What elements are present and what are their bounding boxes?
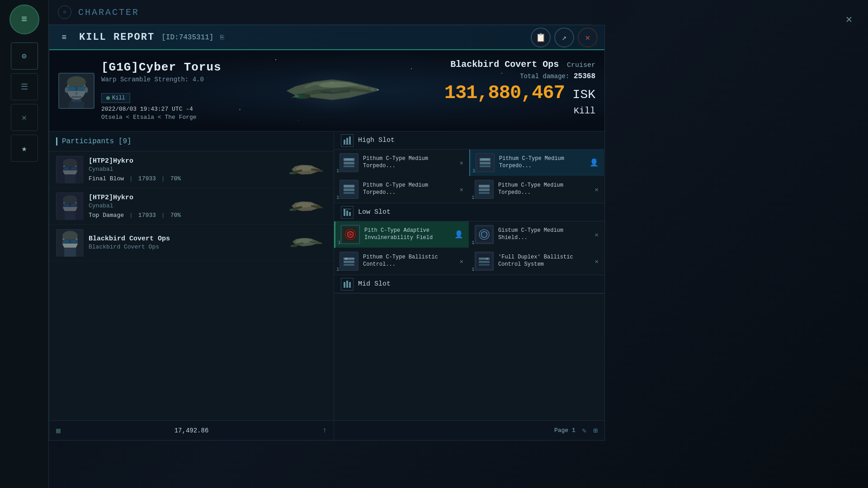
title-bar: ≡ KILL REPORT [ID:7435311] ⎘ 📋 ↗ ✕	[49, 25, 604, 50]
window-title: KILL REPORT	[79, 32, 155, 43]
close-button[interactable]: ✕	[595, 258, 599, 265]
participant-ship-img-3	[286, 230, 327, 255]
edit-icon[interactable]: ✎	[582, 426, 587, 435]
participant-avatar-2	[56, 192, 83, 220]
sidebar-item-character[interactable]: ⊙	[11, 42, 38, 70]
high-slot-grid: 1 Pithum C-Type Medium Torpedo... ✕	[334, 150, 604, 203]
bottom-icons: Page 1 ✎ ⊞	[554, 426, 598, 435]
participant-percent-2: 70%	[170, 212, 181, 219]
svg-rect-62	[71, 240, 77, 243]
participant-name-2: [HTP2]Hykro	[89, 194, 281, 202]
high-slot-icon	[341, 134, 354, 147]
participants-list: [HTP2]Hykro Cynabal Final Blow | 17933 |…	[49, 151, 334, 420]
sidebar-menu-button[interactable]: ≡	[9, 5, 39, 34]
svg-rect-87	[344, 192, 354, 194]
close-button[interactable]: ✕	[460, 258, 463, 265]
svg-rect-5	[77, 87, 85, 90]
slot-qty: 1	[472, 267, 475, 272]
participant-percent-1: 70%	[170, 175, 181, 182]
svg-point-112	[486, 258, 488, 260]
sidebar-item-star[interactable]: ★	[11, 135, 38, 162]
sidebar-item-close[interactable]: ✕	[11, 104, 38, 131]
participant-badge-1: Final Blow	[89, 175, 124, 182]
svg-rect-90	[479, 188, 490, 191]
participant-avatar-3	[56, 229, 83, 256]
victim-avatar	[58, 73, 94, 109]
copy-icon[interactable]: ⎘	[220, 34, 224, 41]
low-slot-section: Low Slot 1	[334, 203, 604, 275]
participant-details-1: [HTP2]Hykro Cynabal Final Blow | 17933 |…	[89, 157, 281, 182]
slot-item[interactable]: 1 'Full Duplex' Ballistic Control System	[469, 248, 604, 275]
slot-item-icon	[475, 252, 494, 271]
sidebar: ≡ ⊙ ☰ ✕ ★	[0, 0, 49, 488]
close-button[interactable]: ✕	[595, 231, 599, 239]
user-icon[interactable]: 👤	[590, 158, 599, 167]
participant-ship-img-1	[286, 157, 327, 182]
close-button[interactable]: ✕	[460, 159, 463, 167]
slot-item[interactable]: 1 Gistum C-Type Medium Shield... ✕	[469, 221, 604, 248]
participant-damage-2: 17933	[138, 212, 156, 219]
svg-point-2	[67, 76, 86, 88]
close-button[interactable]: ✕	[460, 186, 463, 193]
mid-slot-icon	[341, 278, 354, 291]
kill-badge: Kill	[101, 93, 130, 103]
svg-rect-85	[344, 185, 354, 188]
participant-name-1: [HTP2]Hykro	[89, 157, 281, 165]
participant-stats-1: Final Blow | 17933 | 70%	[89, 175, 281, 182]
participant-item[interactable]: [HTP2]Hykro Cynabal Top Damage | 17933 |…	[49, 188, 334, 225]
user-icon[interactable]: 👤	[454, 230, 463, 239]
participant-ship-1: Cynabal	[89, 166, 281, 173]
slot-item-icon	[476, 153, 495, 172]
page-indicator: Page 1	[554, 427, 576, 434]
slot-item[interactable]: 1 Pithum C-Type Ballistic Control...	[334, 248, 469, 275]
participant-item[interactable]: [HTP2]Hykro Cynabal Final Blow | 17933 |…	[49, 151, 334, 188]
victim-portrait	[59, 74, 94, 108]
kill-badge-dot	[106, 96, 110, 100]
global-close-button[interactable]: ✕	[839, 9, 859, 29]
slot-item[interactable]: 1 Pithum C-Type Medium Torpedo... �	[469, 150, 604, 176]
slot-qty: 1	[336, 267, 340, 272]
character-header-icon: ○	[58, 5, 71, 19]
high-slot-title: High Slot	[358, 136, 395, 144]
document-button[interactable]: 📋	[531, 28, 551, 47]
svg-rect-106	[344, 264, 354, 266]
filter-icon[interactable]: ⊞	[593, 426, 598, 435]
participant-item[interactable]: Blackbird Covert Ops Blackbird Covert Op…	[49, 225, 334, 261]
participant-ship-img-2	[286, 194, 327, 219]
mid-slot-title: Mid Slot	[358, 280, 391, 288]
slot-item-icon	[475, 225, 494, 244]
svg-rect-73	[343, 144, 351, 145]
report-header: [G1G]Cyber Torus Warp Scramble Strength:…	[49, 50, 604, 131]
svg-point-26	[371, 88, 374, 91]
sidebar-item-menu[interactable]: ☰	[11, 73, 38, 100]
mid-slot-section: Mid Slot	[334, 275, 604, 294]
svg-rect-37	[65, 174, 75, 183]
slot-item[interactable]: 1 Pithum C-Type Medium Torpedo... ✕	[334, 150, 469, 176]
slot-qty: 1	[472, 168, 476, 174]
svg-rect-82	[480, 165, 491, 167]
svg-point-69	[291, 245, 293, 247]
slot-item[interactable]: 1 Pith C-Type Adaptive Invulne	[334, 221, 469, 248]
window-menu-button[interactable]: ≡	[56, 29, 72, 46]
svg-rect-4	[68, 87, 75, 90]
window-close-button[interactable]: ✕	[578, 28, 598, 47]
character-icon: ⊙	[22, 51, 27, 61]
ship-class-name: Blackbird Covert Ops	[450, 59, 559, 70]
svg-rect-77	[344, 165, 354, 167]
slot-item[interactable]: 1 Pithum C-Type Medium Torpedo... ✕	[469, 176, 604, 203]
svg-rect-35	[64, 167, 69, 170]
svg-rect-83	[481, 159, 489, 160]
character-title: CHARACTER	[78, 7, 139, 18]
close-button[interactable]: ✕	[595, 186, 599, 193]
high-slot-section: High Slot 1	[334, 131, 604, 203]
slot-item[interactable]: 1 Pithum C-Type Medium Torpedo... ✕	[334, 176, 469, 203]
svg-point-46	[63, 195, 77, 204]
svg-rect-93	[346, 211, 348, 216]
bottom-bar: ▦ 17,492.86 ↑	[49, 420, 334, 440]
ship-type: Cruiser	[567, 61, 595, 69]
svg-rect-70	[344, 140, 345, 144]
victim-info: [G1G]Cyber Torus Warp Scramble Strength:…	[101, 61, 222, 121]
export-button[interactable]: ↗	[554, 28, 574, 47]
svg-rect-50	[65, 211, 75, 220]
slot-item-name: Pithum C-Type Medium Torpedo...	[498, 182, 590, 196]
